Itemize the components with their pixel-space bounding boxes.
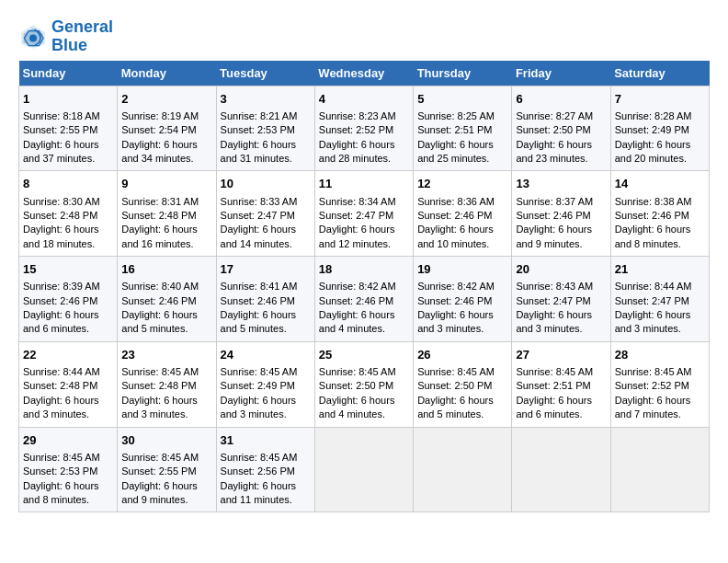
daylight-text: Daylight: 6 hours and 8 minutes. [615, 224, 691, 248]
daylight-text: Daylight: 6 hours and 34 minutes. [121, 139, 198, 164]
calendar-cell: 28Sunrise: 8:45 AMSunset: 2:52 PMDayligh… [610, 341, 709, 427]
daylight-text: Daylight: 6 hours and 4 minutes. [319, 309, 395, 334]
sunset-text: Sunset: 2:49 PM [615, 124, 689, 135]
sunset-text: Sunset: 2:51 PM [417, 124, 492, 135]
day-number: 31 [221, 432, 311, 449]
sunrise-text: Sunrise: 8:43 AM [516, 281, 593, 292]
day-number: 8 [23, 176, 113, 192]
sunset-text: Sunset: 2:50 PM [417, 380, 492, 391]
calendar-cell: 4Sunrise: 8:23 AMSunset: 2:52 PMDaylight… [314, 86, 413, 171]
sunset-text: Sunset: 2:50 PM [319, 380, 393, 391]
day-number: 28 [615, 347, 705, 363]
calendar-header-row: SundayMondayTuesdayWednesdayThursdayFrid… [19, 61, 710, 86]
sunrise-text: Sunrise: 8:42 AM [319, 281, 396, 292]
sunset-text: Sunset: 2:46 PM [23, 295, 97, 306]
header-sunday: Sunday [19, 61, 118, 86]
day-number: 15 [23, 261, 113, 278]
logo-text: General Blue [51, 18, 113, 55]
day-number: 20 [516, 261, 606, 278]
daylight-text: Daylight: 6 hours and 12 minutes. [319, 224, 395, 248]
day-number: 3 [221, 91, 311, 108]
daylight-text: Daylight: 6 hours and 6 minutes. [516, 395, 592, 419]
daylight-text: Daylight: 6 hours and 3 minutes. [516, 309, 592, 334]
daylight-text: Daylight: 6 hours and 4 minutes. [319, 395, 395, 419]
calendar-cell [414, 427, 512, 512]
day-number: 21 [615, 261, 705, 278]
sunrise-text: Sunrise: 8:41 AM [221, 281, 298, 292]
sunrise-text: Sunrise: 8:19 AM [121, 110, 199, 121]
sunrise-text: Sunrise: 8:45 AM [121, 452, 199, 463]
calendar-cell: 5Sunrise: 8:25 AMSunset: 2:51 PMDaylight… [414, 86, 512, 171]
calendar-cell: 25Sunrise: 8:45 AMSunset: 2:50 PMDayligh… [314, 341, 413, 427]
calendar-cell: 29Sunrise: 8:45 AMSunset: 2:53 PMDayligh… [19, 427, 118, 512]
daylight-text: Daylight: 6 hours and 31 minutes. [221, 139, 297, 164]
calendar-cell: 27Sunrise: 8:45 AMSunset: 2:51 PMDayligh… [512, 341, 610, 427]
sunrise-text: Sunrise: 8:44 AM [615, 281, 692, 292]
calendar-cell: 13Sunrise: 8:37 AMSunset: 2:46 PMDayligh… [512, 171, 610, 257]
daylight-text: Daylight: 6 hours and 20 minutes. [615, 139, 691, 164]
sunset-text: Sunset: 2:46 PM [516, 210, 590, 221]
sunset-text: Sunset: 2:48 PM [23, 210, 97, 221]
calendar-cell: 22Sunrise: 8:44 AMSunset: 2:48 PMDayligh… [19, 341, 118, 427]
daylight-text: Daylight: 6 hours and 28 minutes. [319, 139, 395, 164]
daylight-text: Daylight: 6 hours and 14 minutes. [221, 224, 297, 248]
logo: General Blue [18, 18, 113, 55]
calendar-cell: 9Sunrise: 8:31 AMSunset: 2:48 PMDaylight… [118, 171, 216, 257]
calendar-cell: 21Sunrise: 8:44 AMSunset: 2:47 PMDayligh… [610, 257, 709, 342]
day-number: 25 [319, 347, 409, 363]
calendar-cell [512, 427, 610, 512]
calendar-cell [314, 427, 413, 512]
daylight-text: Daylight: 6 hours and 16 minutes. [121, 224, 198, 248]
calendar-cell: 15Sunrise: 8:39 AMSunset: 2:46 PMDayligh… [19, 257, 118, 342]
day-number: 14 [615, 176, 705, 192]
sunset-text: Sunset: 2:46 PM [121, 295, 196, 306]
calendar-cell [610, 427, 709, 512]
daylight-text: Daylight: 6 hours and 25 minutes. [417, 139, 494, 164]
calendar-cell: 24Sunrise: 8:45 AMSunset: 2:49 PMDayligh… [216, 341, 314, 427]
sunrise-text: Sunrise: 8:45 AM [221, 452, 298, 463]
day-number: 11 [319, 176, 409, 192]
sunrise-text: Sunrise: 8:40 AM [121, 281, 199, 292]
sunset-text: Sunset: 2:52 PM [615, 380, 689, 391]
calendar-cell: 19Sunrise: 8:42 AMSunset: 2:46 PMDayligh… [414, 257, 512, 342]
day-number: 18 [319, 261, 409, 278]
header-thursday: Thursday [414, 61, 512, 86]
calendar-cell: 10Sunrise: 8:33 AMSunset: 2:47 PMDayligh… [216, 171, 314, 257]
sunset-text: Sunset: 2:48 PM [121, 380, 196, 391]
sunset-text: Sunset: 2:46 PM [615, 210, 689, 221]
calendar-table: SundayMondayTuesdayWednesdayThursdayFrid… [18, 61, 710, 513]
sunrise-text: Sunrise: 8:33 AM [221, 196, 298, 207]
calendar-week-5: 29Sunrise: 8:45 AMSunset: 2:53 PMDayligh… [19, 427, 710, 512]
daylight-text: Daylight: 6 hours and 6 minutes. [23, 309, 99, 334]
calendar-cell: 3Sunrise: 8:21 AMSunset: 2:53 PMDaylight… [216, 86, 314, 171]
calendar-cell: 12Sunrise: 8:36 AMSunset: 2:46 PMDayligh… [414, 171, 512, 257]
sunrise-text: Sunrise: 8:44 AM [23, 366, 100, 377]
sunrise-text: Sunrise: 8:45 AM [417, 366, 495, 377]
sunset-text: Sunset: 2:53 PM [23, 465, 97, 477]
sunrise-text: Sunrise: 8:30 AM [23, 196, 100, 207]
calendar-cell: 1Sunrise: 8:18 AMSunset: 2:55 PMDaylight… [19, 86, 118, 171]
sunrise-text: Sunrise: 8:31 AM [121, 196, 199, 207]
calendar-cell: 14Sunrise: 8:38 AMSunset: 2:46 PMDayligh… [610, 171, 709, 257]
calendar-cell: 17Sunrise: 8:41 AMSunset: 2:46 PMDayligh… [216, 257, 314, 342]
calendar-week-1: 1Sunrise: 8:18 AMSunset: 2:55 PMDaylight… [19, 86, 710, 171]
sunset-text: Sunset: 2:50 PM [516, 124, 590, 135]
sunset-text: Sunset: 2:47 PM [221, 210, 295, 221]
calendar-cell: 31Sunrise: 8:45 AMSunset: 2:56 PMDayligh… [216, 427, 314, 512]
calendar-cell: 8Sunrise: 8:30 AMSunset: 2:48 PMDaylight… [19, 171, 118, 257]
sunset-text: Sunset: 2:46 PM [417, 210, 492, 221]
sunrise-text: Sunrise: 8:45 AM [319, 366, 396, 377]
day-number: 30 [121, 432, 211, 449]
day-number: 10 [221, 176, 311, 192]
sunrise-text: Sunrise: 8:23 AM [319, 110, 396, 121]
daylight-text: Daylight: 6 hours and 8 minutes. [23, 480, 99, 505]
sunset-text: Sunset: 2:46 PM [221, 295, 295, 306]
day-number: 16 [121, 261, 211, 278]
calendar-cell: 2Sunrise: 8:19 AMSunset: 2:54 PMDaylight… [118, 86, 216, 171]
day-number: 29 [23, 432, 113, 449]
calendar-cell: 16Sunrise: 8:40 AMSunset: 2:46 PMDayligh… [118, 257, 216, 342]
sunrise-text: Sunrise: 8:39 AM [23, 281, 100, 292]
day-number: 2 [121, 91, 211, 108]
day-number: 22 [23, 347, 113, 363]
calendar-week-3: 15Sunrise: 8:39 AMSunset: 2:46 PMDayligh… [19, 257, 710, 342]
